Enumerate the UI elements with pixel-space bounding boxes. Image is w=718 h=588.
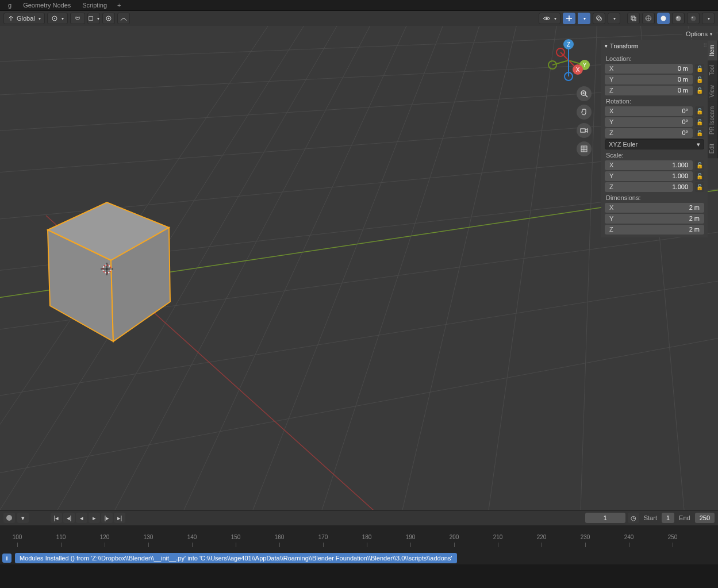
viewport-nav-buttons xyxy=(577,86,592,156)
dimensions-label: Dimensions: xyxy=(606,194,704,201)
scale-x-field[interactable]: X1.000 xyxy=(605,160,693,170)
svg-point-1 xyxy=(54,18,55,19)
drag-handle-icon[interactable]: ⠿ xyxy=(703,43,707,49)
zoom-button[interactable] xyxy=(577,86,592,101)
transform-panel-header[interactable]: ▾ Transform ⠿ xyxy=(601,40,708,52)
lock-scale-x[interactable]: 🔓 xyxy=(695,160,704,170)
rotation-z-field[interactable]: Z0° xyxy=(605,128,693,138)
viewport-options-dropdown[interactable]: Options ▾ xyxy=(682,29,716,39)
svg-rect-2 xyxy=(89,17,93,21)
play-reverse-button[interactable]: ◂ xyxy=(76,513,87,523)
jump-keyframe-back-button[interactable]: ◂| xyxy=(63,513,75,523)
lock-location-z[interactable]: 🔓 xyxy=(695,86,704,95)
rotation-label: Rotation: xyxy=(606,98,704,105)
snap-toggle[interactable] xyxy=(70,13,85,24)
transform-panel: ▾ Transform ⠿ Location: X0 m🔓 Y0 m🔓 Z0 m… xyxy=(601,40,708,237)
transform-orientation-dropdown[interactable]: Global ▾ xyxy=(3,13,45,24)
perspective-toggle-button[interactable] xyxy=(577,141,592,156)
ruler-tick-label: 110 xyxy=(56,534,66,540)
timeline-ruler[interactable]: 1001101201301401501601701801902002102202… xyxy=(0,525,718,551)
svg-point-7 xyxy=(598,17,602,21)
lock-rotation-y[interactable]: 🔓 xyxy=(695,117,704,127)
dimension-y-field[interactable]: Y2 m xyxy=(605,214,704,224)
viewport-header: Global ▾ ▾ ▾ ▾ ▾ ▾ xyxy=(0,11,718,26)
gizmo-dropdown[interactable]: ▾ xyxy=(578,13,590,24)
record-icon xyxy=(6,515,12,521)
scale-y-field[interactable]: Y1.000 xyxy=(605,171,693,181)
svg-point-15 xyxy=(692,17,693,18)
overlay-dropdown[interactable]: ▾ xyxy=(608,13,620,24)
start-frame-field[interactable]: 1 xyxy=(662,513,674,523)
dimension-z-field[interactable]: Z2 m xyxy=(605,225,704,235)
proportional-falloff-dropdown[interactable] xyxy=(117,13,130,24)
lock-rotation-z[interactable]: 🔓 xyxy=(695,128,704,138)
ruler-tick-label: 160 xyxy=(275,534,285,540)
rotation-mode-dropdown[interactable]: XYZ Euler▾ xyxy=(605,139,704,149)
chevron-down-icon: ▾ xyxy=(605,43,608,49)
camera-view-button[interactable] xyxy=(577,123,592,138)
tab-pr-isocam[interactable]: PR Isocam xyxy=(708,102,718,139)
timeline-header: ▾ |◂ ◂| ◂ ▸ |▸ ▸| 1 ◷ Start 1 End 250 xyxy=(0,510,718,525)
current-frame-field[interactable]: 1 xyxy=(585,513,625,523)
status-message: Modules Installed () from 'Z:\\Dropbox\\… xyxy=(15,553,457,563)
tab-edit[interactable]: Edit xyxy=(708,139,718,158)
shading-rendered[interactable] xyxy=(687,13,700,24)
ruler-tick-label: 170 xyxy=(318,534,328,540)
rotation-x-field[interactable]: X0° xyxy=(605,106,693,116)
ruler-tick-label: 250 xyxy=(668,534,678,540)
overlay-toggle[interactable] xyxy=(593,13,605,24)
svg-point-4 xyxy=(107,18,109,20)
svg-point-6 xyxy=(597,16,601,20)
jump-to-start-button[interactable]: |◂ xyxy=(51,513,62,523)
svg-line-63 xyxy=(585,95,588,97)
visibility-dropdown[interactable]: ▾ xyxy=(539,13,560,24)
play-button[interactable]: ▸ xyxy=(89,513,100,523)
shading-options-dropdown[interactable]: ▾ xyxy=(702,13,715,24)
lock-rotation-x[interactable]: 🔓 xyxy=(695,106,704,116)
gizmo-toggle[interactable] xyxy=(563,13,575,24)
lock-scale-y[interactable]: 🔓 xyxy=(695,171,704,181)
svg-point-14 xyxy=(691,16,696,21)
navigation-gizmo[interactable]: Z Y X xyxy=(546,37,592,83)
pan-button[interactable] xyxy=(577,105,592,120)
location-x-field[interactable]: X0 m xyxy=(605,64,693,74)
lock-location-y[interactable]: 🔓 xyxy=(695,75,704,84)
n-panel-tabs: Item Tool View PR Isocam Edit xyxy=(708,40,718,158)
tab-partial[interactable]: g xyxy=(2,1,17,10)
jump-keyframe-forward-button[interactable]: |▸ xyxy=(101,513,113,523)
tab-tool[interactable]: Tool xyxy=(708,60,718,80)
shading-wireframe[interactable] xyxy=(642,13,655,24)
start-label: Start xyxy=(644,514,657,521)
auto-key-toggle[interactable] xyxy=(3,513,15,523)
ruler-tick-label: 150 xyxy=(231,534,241,540)
pivot-point-dropdown[interactable]: ▾ xyxy=(47,13,68,24)
tab-item[interactable]: Item xyxy=(708,40,718,60)
location-z-field[interactable]: Z0 m xyxy=(605,86,693,95)
end-frame-field[interactable]: 250 xyxy=(695,513,715,523)
keying-set-dropdown[interactable]: ▾ xyxy=(17,513,29,523)
ruler-tick-label: 190 xyxy=(406,534,416,540)
jump-to-end-button[interactable]: ▸| xyxy=(114,513,125,523)
lock-scale-z[interactable]: 🔓 xyxy=(695,182,704,192)
workspace-tab-bar: g Geometry Nodes Scripting + xyxy=(0,0,718,11)
proportional-edit-toggle[interactable] xyxy=(102,13,115,24)
snap-mode-dropdown[interactable]: ▾ xyxy=(87,13,100,24)
svg-text:X: X xyxy=(576,67,580,73)
ruler-tick-label: 220 xyxy=(537,534,547,540)
rotation-y-field[interactable]: Y0° xyxy=(605,117,693,127)
status-bar: i Modules Installed () from 'Z:\\Dropbox… xyxy=(0,551,718,564)
shading-material[interactable] xyxy=(672,13,685,24)
tab-geometry-nodes[interactable]: Geometry Nodes xyxy=(17,1,76,10)
tab-scripting[interactable]: Scripting xyxy=(76,1,113,10)
svg-text:Z: Z xyxy=(567,41,570,48)
dimension-x-field[interactable]: X2 m xyxy=(605,203,704,213)
lock-location-x[interactable]: 🔓 xyxy=(695,64,704,74)
add-workspace-button[interactable]: + xyxy=(113,2,125,9)
xray-toggle[interactable] xyxy=(627,13,640,24)
ruler-tick-label: 130 xyxy=(144,534,153,540)
shading-solid[interactable] xyxy=(657,13,670,24)
frame-clock-icon[interactable]: ◷ xyxy=(628,513,639,523)
scale-z-field[interactable]: Z1.000 xyxy=(605,182,693,192)
tab-view[interactable]: View xyxy=(708,80,718,102)
location-y-field[interactable]: Y0 m xyxy=(605,75,693,84)
